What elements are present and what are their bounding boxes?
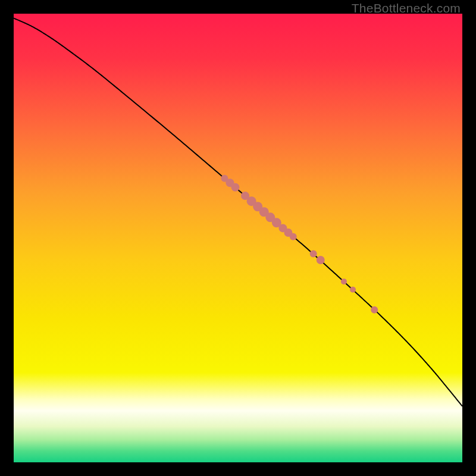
data-point <box>290 233 297 240</box>
data-point <box>310 250 317 257</box>
chart-svg <box>14 14 462 462</box>
data-point <box>317 256 325 264</box>
data-point <box>371 306 378 314</box>
data-point <box>231 183 239 192</box>
watermark-text: TheBottleneck.com <box>352 1 461 15</box>
chart-frame <box>14 14 462 462</box>
data-point <box>350 287 356 293</box>
gradient-background <box>14 14 462 462</box>
data-point <box>341 278 347 284</box>
